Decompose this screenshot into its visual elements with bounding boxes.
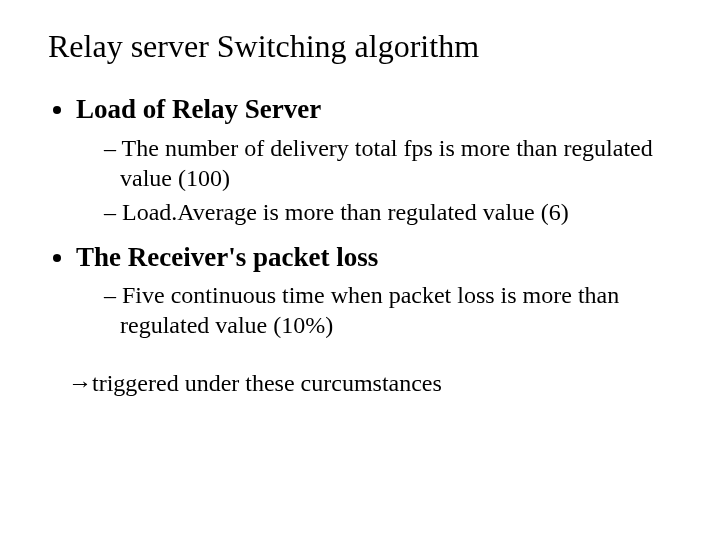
footer-line: →triggered under these curcumstances: [68, 368, 672, 398]
sub-item: The number of delivery total fps is more…: [104, 133, 672, 193]
bullet-item: The Receiver's packet loss Five continuo…: [76, 241, 672, 341]
sub-list: The number of delivery total fps is more…: [104, 133, 672, 227]
bullet-label: Load of Relay Server: [76, 94, 321, 124]
bullet-list: Load of Relay Server The number of deliv…: [76, 93, 672, 341]
sub-list: Five continuous time when packet loss is…: [104, 280, 672, 340]
sub-item: Five continuous time when packet loss is…: [104, 280, 672, 340]
sub-item: Load.Average is more than regulated valu…: [104, 197, 672, 227]
bullet-item: Load of Relay Server The number of deliv…: [76, 93, 672, 227]
slide: Relay server Switching algorithm Load of…: [0, 0, 720, 540]
bullet-label: The Receiver's packet loss: [76, 242, 378, 272]
slide-title: Relay server Switching algorithm: [48, 28, 672, 65]
